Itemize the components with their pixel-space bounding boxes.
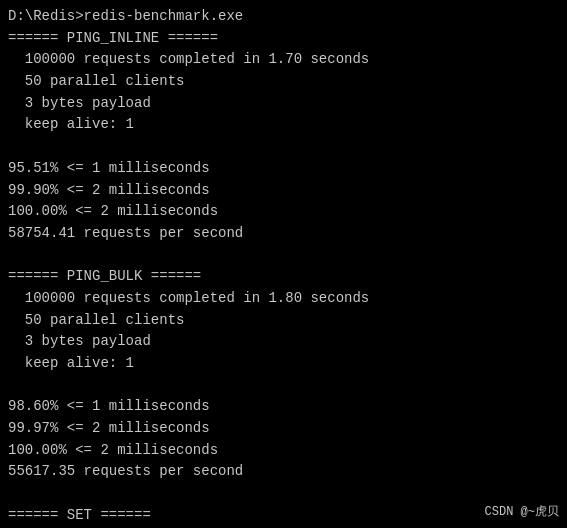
terminal-line: keep alive: 1: [8, 114, 559, 136]
terminal-line: 58754.41 requests per second: [8, 223, 559, 245]
terminal-line: 50 parallel clients: [8, 71, 559, 93]
terminal-line: 100000 requests completed in 1.70 second…: [8, 49, 559, 71]
terminal-window: D:\Redis>redis-benchmark.exe====== PING_…: [8, 6, 559, 522]
terminal-line: [8, 245, 559, 267]
terminal-line: [8, 483, 559, 505]
terminal-line: 100.00% <= 2 milliseconds: [8, 201, 559, 223]
terminal-line: [8, 375, 559, 397]
terminal-line: ====== PING_BULK ======: [8, 266, 559, 288]
terminal-line: 100000 requests completed in 1.80 second…: [8, 288, 559, 310]
terminal-line: 95.51% <= 1 milliseconds: [8, 158, 559, 180]
terminal-line: 99.90% <= 2 milliseconds: [8, 180, 559, 202]
watermark: CSDN @~虎贝: [485, 503, 559, 522]
terminal-line: 50 parallel clients: [8, 310, 559, 332]
terminal-line: 99.97% <= 2 milliseconds: [8, 418, 559, 440]
terminal-line: 100.00% <= 2 milliseconds: [8, 440, 559, 462]
terminal-line: ====== PING_INLINE ======: [8, 28, 559, 50]
terminal-line: 3 bytes payload: [8, 93, 559, 115]
terminal-line: 3 bytes payload: [8, 331, 559, 353]
terminal-line: 55617.35 requests per second: [8, 461, 559, 483]
terminal-line: ====== SET ======: [8, 505, 559, 527]
terminal-line: [8, 136, 559, 158]
terminal-line: 98.60% <= 1 milliseconds: [8, 396, 559, 418]
terminal-line: keep alive: 1: [8, 353, 559, 375]
terminal-line: D:\Redis>redis-benchmark.exe: [8, 6, 559, 28]
